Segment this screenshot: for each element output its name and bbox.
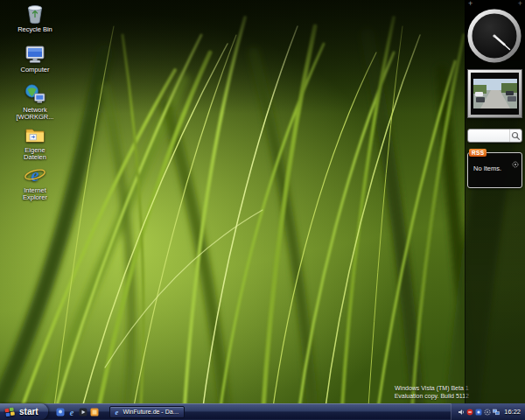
desktop-icon-internet-explorer[interactable]: e InternetExplorer: [2, 164, 68, 204]
clock-gadget[interactable]: [466, 8, 522, 64]
build-watermark: Windows Vista (TM) Beta 1 Evaluation cop…: [395, 385, 469, 400]
tray-gear-icon[interactable]: [484, 409, 491, 416]
internet-explorer-quick-launch-icon[interactable]: e: [67, 408, 76, 416]
add-gadget-button[interactable]: +: [468, 0, 472, 8]
system-tray: 16:22: [451, 403, 525, 420]
start-label: start: [19, 407, 38, 416]
quick-launch-bar: e: [56, 408, 99, 416]
tray-red-status-icon[interactable]: [466, 409, 473, 416]
rss-badge: RSS: [469, 149, 486, 157]
rss-empty-text: No Items.: [473, 164, 501, 172]
windows-logo-icon: [4, 406, 16, 417]
search-icon[interactable]: [509, 130, 522, 142]
quick-launch-blue-app-icon[interactable]: [56, 408, 65, 416]
desktop: Recycle Bin Computer: [0, 0, 525, 420]
quick-launch-dark-app-icon[interactable]: [79, 408, 88, 416]
tray-clock[interactable]: 16:22: [504, 408, 521, 416]
analog-clock-icon: [466, 8, 522, 64]
folder-icon: [24, 123, 46, 146]
desktop-icon-label: Computer: [21, 66, 50, 74]
desktop-icon-label: InternetExplorer: [23, 187, 47, 201]
svg-text:e: e: [31, 164, 38, 186]
start-button[interactable]: start: [0, 403, 48, 420]
computer-icon: [24, 43, 46, 66]
task-title: WinFuture.de - Das ...: [122, 409, 180, 415]
desktop-icon-computer[interactable]: Computer: [2, 43, 68, 83]
search-gadget: [467, 129, 522, 143]
sidebar-options-button[interactable]: +: [518, 0, 522, 8]
desktop-icon-label: EigeneDateien: [24, 147, 46, 161]
taskbar-window-button[interactable]: e WinFuture.de - Das ...: [109, 406, 185, 418]
wallpaper-grass: [0, 0, 525, 420]
photo-matte: [471, 73, 519, 115]
slideshow-gadget[interactable]: [467, 69, 522, 118]
svg-text:e: e: [115, 408, 118, 416]
svg-text:e: e: [69, 408, 74, 416]
desktop-icon-recycle-bin[interactable]: Recycle Bin: [2, 3, 68, 43]
internet-explorer-task-icon: e: [113, 408, 121, 416]
desktop-icon-network[interactable]: Network[WORKGR...: [2, 83, 68, 123]
desktop-icon-eigene-dateien[interactable]: EigeneDateien: [2, 123, 68, 164]
tray-blue-app-icon[interactable]: [475, 409, 482, 416]
desktop-icon-label: Network[WORKGR...: [17, 107, 54, 121]
rss-gadget[interactable]: RSS No Items.: [467, 152, 522, 188]
desktop-icon-list: Recycle Bin Computer: [2, 3, 68, 204]
quick-launch-orange-app-icon[interactable]: [90, 408, 99, 416]
desktop-icon-label: Recycle Bin: [18, 26, 52, 33]
search-input[interactable]: [468, 130, 509, 142]
tray-volume-icon[interactable]: [458, 409, 465, 416]
gear-icon[interactable]: [512, 156, 519, 163]
internet-explorer-icon: e: [24, 164, 46, 186]
sidebar: + +: [465, 0, 525, 403]
tray-network-icon[interactable]: [493, 409, 500, 416]
recycle-bin-icon: [24, 3, 46, 25]
slideshow-photo: [473, 79, 517, 108]
network-icon: [24, 83, 46, 106]
taskbar: start e: [0, 403, 525, 420]
